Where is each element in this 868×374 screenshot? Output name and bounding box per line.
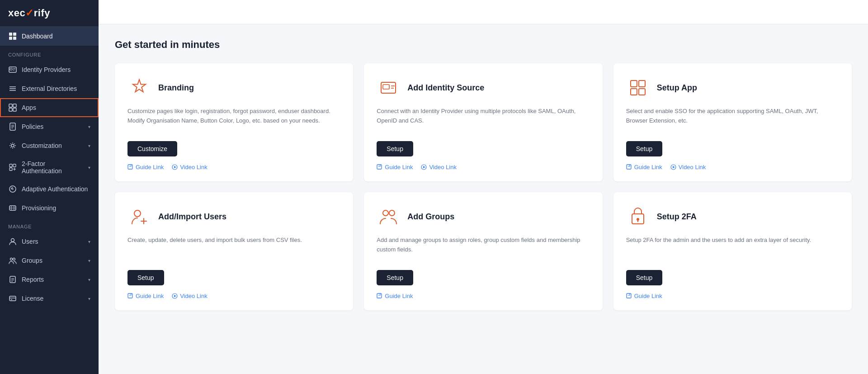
- grid-icon: [8, 32, 17, 41]
- svg-rect-59: [639, 89, 645, 95]
- card-description: Setup 2FA for the admin and the users to…: [626, 236, 839, 261]
- svg-rect-5: [10, 68, 12, 70]
- guide-link[interactable]: Guide Link: [626, 164, 662, 170]
- list-icon: [8, 84, 17, 93]
- sidebar-item-users[interactable]: Users ▾: [0, 232, 99, 251]
- svg-marker-48: [174, 166, 176, 168]
- card-header: Add Groups: [377, 205, 590, 228]
- svg-rect-3: [13, 37, 16, 40]
- sidebar-item-label: Provisioning: [22, 204, 56, 212]
- id-icon: [8, 65, 17, 74]
- video-link[interactable]: Video Link: [421, 164, 456, 170]
- logo-checkmark: ✓: [25, 7, 34, 19]
- manage-label: Manage: [0, 218, 99, 232]
- setup-button[interactable]: Setup: [377, 141, 413, 156]
- card-add-identity-source: Add Identity Source Connect with an Iden…: [364, 63, 602, 181]
- card-links: Guide Link Video Link: [127, 293, 340, 299]
- sidebar-item-2fa[interactable]: 2-Factor Authentication ▾: [0, 155, 99, 180]
- svg-rect-46: [128, 165, 132, 169]
- card-add-groups: Add Groups Add and manage groups to assi…: [364, 192, 602, 310]
- svg-marker-62: [673, 166, 675, 168]
- svg-rect-14: [13, 108, 16, 111]
- svg-rect-50: [383, 85, 389, 89]
- svg-rect-0: [9, 33, 12, 36]
- card-title: Branding: [158, 83, 194, 93]
- add-groups-icon: [377, 205, 400, 228]
- video-link[interactable]: Video Link: [172, 164, 207, 170]
- card-links: Guide Link Video Link: [377, 164, 590, 170]
- user-nav-icon: [8, 237, 17, 246]
- svg-rect-66: [128, 294, 132, 298]
- sidebar-item-label: Policies: [22, 123, 43, 130]
- guide-link[interactable]: Guide Link: [127, 293, 164, 299]
- svg-rect-53: [377, 165, 382, 169]
- card-title: Setup App: [657, 83, 697, 93]
- page-title: Get started in minutes: [115, 39, 852, 51]
- svg-point-63: [134, 210, 141, 217]
- sidebar-item-identity-providers[interactable]: Identity Providers: [0, 60, 99, 79]
- chevron-down-icon: ▾: [88, 258, 90, 263]
- guide-link[interactable]: Guide Link: [377, 293, 413, 299]
- sidebar-item-label: Adaptive Authentication: [22, 185, 88, 193]
- video-link[interactable]: Video Link: [172, 293, 207, 299]
- setup-button[interactable]: Setup: [626, 270, 663, 285]
- apps-icon: [8, 103, 17, 112]
- prov-icon: [8, 204, 17, 213]
- svg-rect-21: [13, 164, 16, 167]
- sidebar-item-apps[interactable]: Apps: [0, 98, 99, 117]
- customize-button[interactable]: Customize: [127, 141, 177, 156]
- svg-rect-75: [627, 294, 631, 298]
- svg-point-19: [11, 144, 14, 147]
- svg-rect-12: [13, 104, 16, 107]
- cards-grid: Branding Customize pages like login, reg…: [115, 63, 852, 310]
- chevron-down-icon: ▾: [88, 239, 90, 244]
- card-title: Setup 2FA: [657, 212, 697, 222]
- sidebar-item-customization[interactable]: Customization ▾: [0, 136, 99, 155]
- sidebar-item-adaptive-auth[interactable]: Adaptive Authentication: [0, 180, 99, 199]
- card-description: Add and manage groups to assign roles, g…: [377, 236, 590, 261]
- logo-text: xec✓rify: [8, 7, 90, 19]
- license-icon: [8, 294, 17, 303]
- sidebar-item-policies[interactable]: Policies ▾: [0, 117, 99, 136]
- svg-rect-2: [9, 37, 12, 40]
- card-add-import-users: Add/Import Users Create, update, delete …: [115, 192, 353, 310]
- setup-button[interactable]: Setup: [377, 270, 413, 285]
- svg-point-33: [13, 258, 15, 260]
- svg-rect-56: [631, 80, 637, 87]
- svg-marker-55: [423, 166, 425, 168]
- sidebar-item-license[interactable]: License ▾: [0, 289, 99, 308]
- configure-label: Configure: [0, 46, 99, 60]
- svg-rect-22: [9, 168, 12, 170]
- sidebar-item-label: Customization: [22, 142, 62, 149]
- card-description: Create, update, delete users, and import…: [127, 236, 340, 261]
- main-content: Get started in minutes Branding Customiz…: [99, 24, 868, 374]
- sidebar-item-label: Reports: [22, 276, 44, 283]
- card-links: Guide Link Video Link: [127, 164, 340, 170]
- svg-point-32: [10, 258, 13, 260]
- svg-rect-57: [639, 80, 645, 87]
- svg-point-31: [11, 239, 14, 242]
- sidebar-item-external-directories[interactable]: External Directories: [0, 79, 99, 98]
- guide-link[interactable]: Guide Link: [127, 164, 164, 170]
- setup-button[interactable]: Setup: [127, 270, 164, 285]
- sidebar-item-label: Identity Providers: [22, 66, 71, 73]
- sidebar-item-label: 2-Factor Authentication: [22, 160, 84, 175]
- chevron-down-icon: ▾: [88, 124, 90, 129]
- guide-link[interactable]: Guide Link: [377, 164, 413, 170]
- video-link[interactable]: Video Link: [670, 164, 706, 170]
- card-description: Connect with an Identity Provider using …: [377, 107, 590, 132]
- setup-2fa-icon: [626, 205, 650, 228]
- sidebar-item-reports[interactable]: Reports ▾: [0, 270, 99, 289]
- add-users-icon: [127, 205, 151, 228]
- card-header: Setup App: [626, 76, 839, 99]
- branding-icon: [127, 76, 151, 99]
- svg-point-26: [12, 188, 14, 190]
- sidebar-item-dashboard[interactable]: Dashboard: [0, 27, 99, 46]
- card-links: Guide Link: [626, 293, 839, 299]
- setup-button[interactable]: Setup: [626, 141, 663, 156]
- svg-rect-20: [9, 164, 12, 167]
- 2fa-icon: [8, 163, 17, 172]
- sidebar-item-groups[interactable]: Groups ▾: [0, 251, 99, 270]
- guide-link[interactable]: Guide Link: [626, 293, 662, 299]
- sidebar-item-provisioning[interactable]: Provisioning: [0, 199, 99, 218]
